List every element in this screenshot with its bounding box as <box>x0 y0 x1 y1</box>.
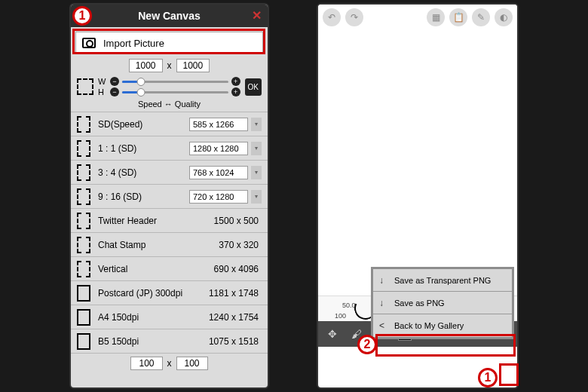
camera-icon <box>82 38 96 48</box>
footer-height[interactable]: 100 <box>176 357 208 370</box>
speed-quality-label: Speed ↔ Quality <box>71 98 268 112</box>
footer-width[interactable]: 100 <box>130 357 162 370</box>
layers-icon[interactable]: ▦ <box>427 8 445 26</box>
preset-row[interactable]: Vertical690 x 4096 <box>71 256 268 280</box>
h-label: H <box>98 87 107 96</box>
menu-save-png[interactable]: ↓Save as PNG <box>373 292 512 314</box>
minus-icon[interactable]: − <box>110 77 119 86</box>
plus-icon[interactable]: + <box>231 77 240 86</box>
paste-icon[interactable]: 📋 <box>449 8 467 26</box>
chevron-down-icon[interactable]: ▾ <box>251 190 262 204</box>
width-field[interactable]: 1000 <box>129 59 163 72</box>
ruler-value-50: 50.0 <box>342 302 356 309</box>
chevron-down-icon[interactable]: ▾ <box>251 118 262 131</box>
preset-row[interactable]: Twitter Header1500 x 500 <box>71 208 268 232</box>
import-label: Import Picture <box>103 38 164 49</box>
close-icon[interactable]: ✕ <box>252 8 262 23</box>
tool-icon[interactable]: ✎ <box>472 8 490 26</box>
preset-row[interactable]: Postcard (JP) 300dpi1181 x 1748 <box>71 280 268 305</box>
width-slider-row: W − + <box>98 77 240 86</box>
editor-screen: ↶ ↷ ▦ 📋 ✎ ◐ ↓Save as Transparent PNG ↓Sa… <box>317 3 519 389</box>
palette-icon[interactable]: ◐ <box>495 8 513 26</box>
preset-row[interactable]: B5 150dpi1075 x 1518 <box>71 329 268 353</box>
preset-row[interactable]: Chat Stamp370 x 320 <box>71 232 268 256</box>
preset-list-fixed: Twitter Header1500 x 500 Chat Stamp370 x… <box>71 208 268 353</box>
ruler-value-100: 100 <box>335 312 346 320</box>
canvas-area[interactable] <box>318 30 517 296</box>
menu-back-to-gallery[interactable]: <Back to My Gallery <box>373 314 512 337</box>
chevron-left-icon: < <box>379 320 388 331</box>
move-icon[interactable]: ✥ <box>324 326 341 342</box>
chevron-down-icon[interactable]: ▾ <box>251 166 262 179</box>
dialog-title: New Canvas <box>138 10 200 22</box>
annotation-badge-1: 1 <box>72 6 92 26</box>
dialog-titlebar: New Canvas ✕ <box>71 5 268 27</box>
height-slider[interactable] <box>122 91 228 93</box>
import-picture-button[interactable]: Import Picture <box>75 32 263 54</box>
redo-icon[interactable]: ↷ <box>345 8 363 26</box>
chevron-down-icon[interactable]: ▾ <box>251 142 262 155</box>
preset-row[interactable]: A4 150dpi1240 x 1754 <box>71 305 268 329</box>
preset-row[interactable]: 3 : 4 (SD)768 x 1024▾ <box>71 160 268 184</box>
w-label: W <box>98 77 107 86</box>
download-icon: ↓ <box>379 298 388 308</box>
preset-row[interactable]: 9 : 16 (SD)720 x 1280▾ <box>71 184 268 208</box>
plus-icon[interactable]: + <box>231 87 240 96</box>
aspect-lock-icon[interactable] <box>77 78 93 95</box>
ok-button[interactable]: OK <box>245 78 262 96</box>
annotation-badge-1b: 1 <box>478 368 498 387</box>
minus-icon[interactable]: − <box>110 87 119 96</box>
undo-icon[interactable]: ↶ <box>323 8 341 26</box>
height-field[interactable]: 1000 <box>176 59 210 72</box>
export-menu: ↓Save as Transparent PNG ↓Save as PNG <B… <box>371 267 514 339</box>
editor-topbar: ↶ ↷ ▦ 📋 ✎ ◐ <box>318 5 517 30</box>
new-canvas-dialog: New Canvas ✕ Import Picture 1000 x 1000 … <box>69 3 269 389</box>
preset-row[interactable]: 1 : 1 (SD)1280 x 1280▾ <box>71 136 268 160</box>
preset-row[interactable]: SD(Speed)585 x 1266▾ <box>71 112 268 136</box>
preset-list-editable: SD(Speed)585 x 1266▾ 1 : 1 (SD)1280 x 12… <box>71 112 268 208</box>
download-icon: ↓ <box>379 275 388 286</box>
size-sliders: W − + H − + OK <box>71 75 268 98</box>
footer-dimensions: 100 x 100 <box>71 353 268 373</box>
top-dimensions: 1000 x 1000 <box>71 56 268 75</box>
width-slider[interactable] <box>122 81 228 83</box>
menu-save-transparent-png[interactable]: ↓Save as Transparent PNG <box>373 269 512 292</box>
annotation-badge-2: 2 <box>357 335 377 354</box>
height-slider-row: H − + <box>98 87 240 96</box>
x-separator: x <box>167 60 172 71</box>
